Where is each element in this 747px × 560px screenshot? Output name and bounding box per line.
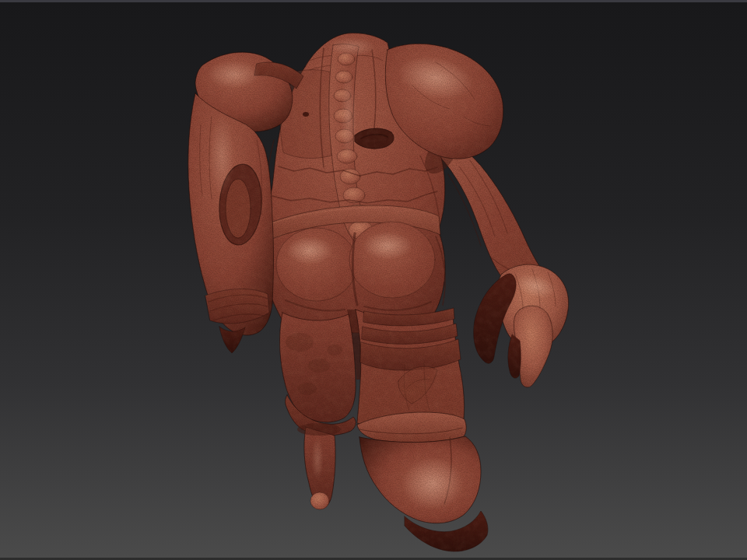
elbow-crater-inner	[226, 179, 251, 238]
skin-nick	[303, 112, 309, 117]
right-inner-claw	[508, 334, 521, 378]
shoulder-lump-sheen	[207, 61, 260, 89]
glute-sheen-left	[286, 236, 333, 264]
sculpt-app-window	[0, 0, 747, 560]
spine-sheen	[341, 70, 356, 163]
club-sheen	[209, 117, 234, 194]
spine-vertebra	[340, 169, 360, 184]
skin-blotch	[327, 345, 342, 355]
window-top-strip	[0, 0, 747, 2]
peg-knob	[310, 492, 329, 509]
peg-shadow	[297, 423, 341, 436]
peg-sheen	[311, 437, 324, 481]
model-canvas[interactable]	[0, 0, 747, 560]
skin-blotch	[286, 333, 314, 352]
skin-blotch	[298, 383, 317, 395]
skin-blotch	[308, 359, 330, 373]
glute-sheen-right	[363, 232, 412, 260]
heel-sheen	[402, 457, 464, 510]
neck-hump-sheen	[328, 37, 375, 56]
